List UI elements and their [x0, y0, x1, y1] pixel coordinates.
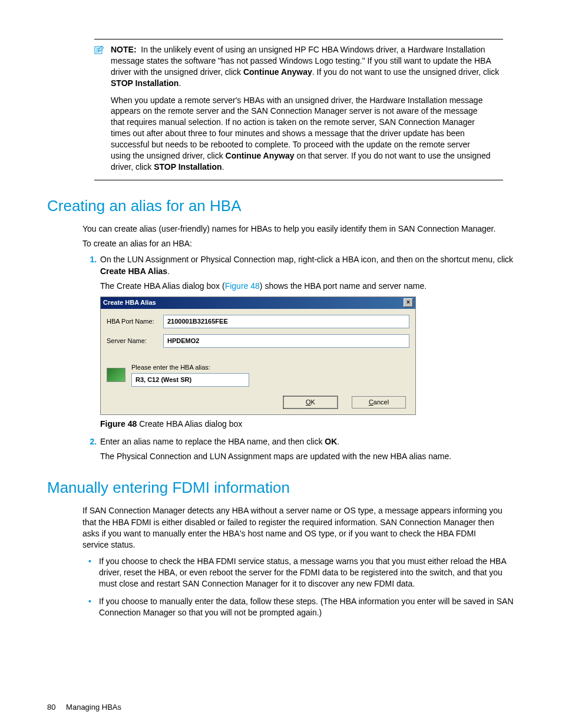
dialog-close-button[interactable]: ×: [404, 298, 413, 307]
create-intro: You can create alias (user-friendly) nam…: [82, 223, 503, 235]
step2-after: The Physical Connection and LUN Assignme…: [100, 451, 515, 462]
fdmi-bullet-1: If you choose to check the HBA FDMI serv…: [99, 556, 515, 590]
note-rule-top: [94, 39, 503, 39]
note-rule-bottom: [94, 180, 503, 180]
page-number: 80: [47, 703, 55, 711]
note-p1-b2: STOP Installation: [111, 78, 178, 88]
figure-48-ref[interactable]: Figure 48: [225, 281, 260, 291]
hba-port-name-label: HBA Port Name:: [107, 317, 163, 326]
server-name-field[interactable]: HPDEMO2: [163, 334, 409, 348]
step-2: Enter an alias name to replace the HBA n…: [99, 436, 515, 463]
footer-section: Managing HBAs: [66, 703, 121, 711]
note-p2-b2: STOP Installation: [154, 162, 222, 172]
step2-b: OK: [325, 437, 337, 446]
cancel-button[interactable]: Cancel: [352, 396, 406, 409]
figure-48-label: Figure 48: [100, 419, 137, 429]
note-p1-c: . If you do not want to use the unsigned…: [312, 67, 500, 77]
step1-c: .: [167, 266, 170, 276]
step2-a: Enter an alias name to replace the HBA n…: [100, 437, 325, 446]
figure-48-caption: Figure 48 Create HBA Alias dialog box: [100, 419, 515, 430]
heading-fdmi: Manually entering FDMI information: [47, 479, 515, 497]
note-p1-d: .: [178, 78, 181, 88]
page-footer: 80 Managing HBAs: [47, 703, 121, 711]
server-name-label: Server Name:: [107, 337, 163, 345]
step2-c: .: [337, 437, 339, 446]
note-body: NOTE: In the unlikely event of using an …: [111, 44, 503, 89]
note-p2-b1: Continue Anyway: [226, 151, 295, 160]
alias-prompt: Please enter the HBA alias:: [131, 363, 409, 372]
step1-after-b: ) shows the HBA port name and server nam…: [260, 281, 427, 291]
figure-48-text: Create HBA Alias dialog box: [137, 419, 242, 429]
create-lead: To create an alias for an HBA:: [82, 238, 503, 249]
fdmi-bullet-2: If you choose to manually enter the data…: [99, 596, 515, 619]
heading-create-alias: Creating an alias for an HBA: [47, 197, 515, 215]
step1-after-a: The Create HBA Alias dialog box (: [100, 281, 225, 291]
note-icon: [94, 45, 107, 57]
note-label: NOTE:: [111, 45, 137, 54]
note-p2-d: .: [222, 162, 224, 172]
dialog-titlebar: Create HBA Alias ×: [101, 297, 415, 308]
note-p1-b1: Continue Anyway: [243, 67, 312, 77]
dialog-title: Create HBA Alias: [103, 298, 156, 307]
hba-port-name-field[interactable]: 2100001B32165FEE: [163, 315, 409, 328]
step1-a: On the LUN Assignment or Physical Connec…: [100, 255, 513, 264]
alias-input[interactable]: R3, C12 (West SR): [131, 373, 249, 387]
note-block: NOTE: In the unlikely event of using an …: [94, 39, 503, 180]
fdmi-intro: If SAN Connection Manager detects any HB…: [82, 505, 503, 551]
step-1: On the LUN Assignment or Physical Connec…: [99, 254, 515, 430]
ok-button[interactable]: OK: [283, 396, 338, 409]
step1-b: Create HBA Alias: [100, 266, 167, 276]
hba-icon: [107, 368, 125, 382]
create-hba-alias-dialog: Create HBA Alias × HBA Port Name: 210000…: [100, 297, 416, 415]
